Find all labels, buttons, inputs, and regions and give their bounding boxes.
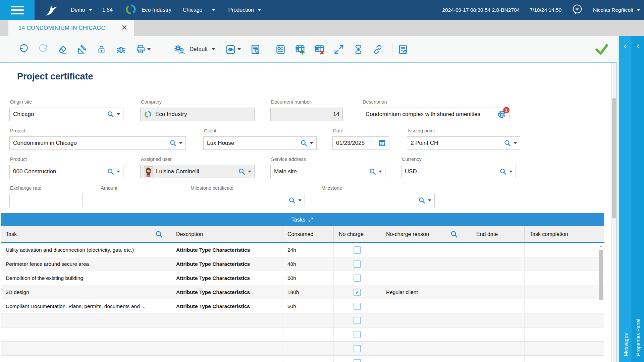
eraser-button[interactable] <box>56 43 68 56</box>
no-charge-checkbox[interactable] <box>354 303 361 310</box>
lookup-button[interactable] <box>107 168 120 175</box>
task-completion-cell <box>524 342 604 355</box>
task-cell <box>1 356 171 362</box>
client-field[interactable]: Lux House <box>203 136 317 150</box>
user-menu[interactable]: Nicolas Regñicoli <box>593 7 640 13</box>
date-field[interactable]: 01/23/2025 <box>332 136 389 150</box>
issuing-point-field[interactable]: 2 Point CH <box>407 136 520 150</box>
tab-condominium-in-chicago[interactable]: 14 CONDOMINIUM IN CHICAGO <box>8 20 134 36</box>
table-row[interactable] <box>1 313 604 327</box>
main-scrollbar-thumb[interactable] <box>612 98 616 219</box>
no-charge-checkbox[interactable] <box>354 289 361 296</box>
properties-panel-toggle[interactable]: Properties Panel <box>632 36 644 362</box>
mode-menu[interactable]: Production <box>228 7 261 13</box>
tab-close-icon[interactable] <box>122 25 127 31</box>
print-button[interactable] <box>134 43 152 56</box>
lookup-button[interactable] <box>418 197 431 204</box>
chevron-down-icon <box>258 9 261 11</box>
workflow-button[interactable] <box>353 43 365 56</box>
table-row[interactable]: Utility activation and disconnection (el… <box>1 243 604 257</box>
search-icon <box>288 197 296 204</box>
service-address-field[interactable]: Main site <box>270 165 385 178</box>
no-charge-checkbox[interactable] <box>354 317 361 324</box>
expand-fullscreen-button[interactable] <box>333 43 345 56</box>
lookup-button[interactable] <box>169 139 182 147</box>
column-header-description[interactable]: Description <box>171 226 282 242</box>
redo-button[interactable] <box>37 43 49 56</box>
document-search-button[interactable] <box>250 43 262 56</box>
table-row[interactable]: Perimeter fence around secure area Attri… <box>1 257 604 271</box>
no-charge-checkbox[interactable] <box>354 246 361 254</box>
no-charge-checkbox[interactable] <box>354 359 361 362</box>
expand-section-icon[interactable] <box>308 217 313 222</box>
company-name-label: Eco Industry <box>142 7 171 13</box>
clear-list-button[interactable] <box>397 43 409 56</box>
lookup-button[interactable] <box>369 168 382 175</box>
no-charge-checkbox[interactable] <box>354 345 361 352</box>
column-header-end-date[interactable]: End date <box>471 226 524 242</box>
table-row[interactable]: Compliant Documentation. Plans, permits,… <box>1 299 604 313</box>
search-icon[interactable] <box>155 230 163 238</box>
table-row[interactable]: Demolition of the existing building Attr… <box>1 271 604 285</box>
calendar-icon[interactable] <box>378 139 386 147</box>
debug-bug-button[interactable] <box>115 43 127 56</box>
milestone-certificate-field[interactable] <box>190 194 305 207</box>
search-icon <box>238 168 246 175</box>
confirm-save-button[interactable] <box>595 43 609 57</box>
lookup-button[interactable] <box>499 168 513 175</box>
no-charge-checkbox[interactable] <box>354 260 361 268</box>
main-scrollbar[interactable] <box>611 63 617 362</box>
lookup-button[interactable] <box>300 139 313 147</box>
messages-bubble-icon[interactable] <box>572 4 583 16</box>
messages-panel-toggle[interactable]: Messages <box>619 36 632 362</box>
environment-menu[interactable]: Demo <box>71 7 92 13</box>
view-profile-selector[interactable]: Default <box>173 44 215 55</box>
milestone-field[interactable] <box>321 194 435 207</box>
no-charge-checkbox[interactable] <box>354 331 361 338</box>
lookup-button[interactable] <box>238 168 251 175</box>
column-header-no-charge[interactable]: No charge <box>333 226 381 242</box>
description-cell: Attribute Type Characteristics <box>171 285 282 299</box>
record-lookup-button[interactable] <box>275 43 287 56</box>
tasks-section-header[interactable]: Tasks <box>1 213 604 226</box>
assigned-user-value: Luisina Cominelli <box>156 168 238 175</box>
currency-field[interactable]: USD <box>401 165 516 178</box>
assigned-user-field[interactable]: Luisina Cominelli <box>140 165 255 178</box>
table-row[interactable] <box>1 356 604 362</box>
lock-button[interactable] <box>95 43 107 56</box>
table-row[interactable] <box>1 327 604 342</box>
grid-delete-row-button[interactable] <box>314 43 326 56</box>
origin-site-value: Chicago <box>13 111 107 118</box>
table-row[interactable]: 3D design Attribute Type Characteristics… <box>1 285 604 299</box>
lookup-button[interactable] <box>504 139 517 147</box>
translations-button[interactable]: 1 <box>497 110 506 119</box>
design-ruler-pencil-button[interactable] <box>76 43 88 56</box>
brand-logo-icon[interactable] <box>42 2 61 18</box>
undo-button[interactable] <box>17 43 30 56</box>
table-scrollbar[interactable]: ▲ <box>598 244 603 358</box>
hamburger-menu-button[interactable] <box>0 0 35 20</box>
consumed-cell: 60h <box>282 299 333 313</box>
no-charge-checkbox[interactable] <box>354 275 361 282</box>
origin-site-field[interactable]: Chicago <box>9 108 123 121</box>
column-header-task[interactable]: Task <box>1 226 171 242</box>
end-date-cell <box>471 342 524 355</box>
lookup-button[interactable] <box>288 197 302 204</box>
lookup-button[interactable] <box>107 111 120 118</box>
table-scrollbar-thumb[interactable] <box>599 250 603 300</box>
description-field[interactable]: Condominium complex with shared amenitie… <box>362 108 509 121</box>
search-icon[interactable] <box>450 230 458 238</box>
amount-field[interactable] <box>100 194 173 207</box>
column-header-consumed[interactable]: Consumed <box>282 226 333 242</box>
visibility-view-button[interactable] <box>224 43 242 56</box>
chevron-down-icon <box>509 171 513 173</box>
exchange-rate-field[interactable] <box>9 194 83 207</box>
link-button[interactable] <box>372 43 384 56</box>
project-field[interactable]: Condominium in Chicago <box>9 136 186 150</box>
grid-add-row-button[interactable] <box>294 43 306 56</box>
column-header-task-completion[interactable]: Task completion <box>524 226 604 242</box>
table-row[interactable] <box>1 342 604 356</box>
site-menu[interactable]: Chicago <box>183 7 216 13</box>
scroll-up-arrow[interactable]: ▲ <box>598 244 603 248</box>
product-field[interactable]: 000 Construction <box>9 165 123 178</box>
